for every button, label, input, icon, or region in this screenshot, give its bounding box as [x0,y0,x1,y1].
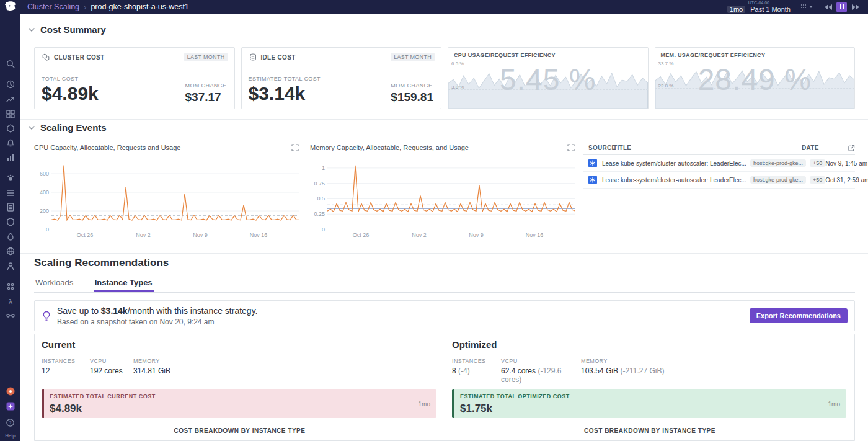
trend-icon[interactable] [0,94,20,104]
vcpu-stat: VCPU 192 cores [90,358,133,375]
security-icon[interactable] [0,217,20,227]
event-row[interactable]: Lease kube-system/cluster-autoscaler: Le… [583,172,855,189]
metric-label: ESTIMATED TOTAL COST [249,76,321,82]
total-cost-value: $4.89k [42,84,99,103]
y-tick: 0 [34,226,49,233]
events-icon[interactable] [0,188,20,198]
change-label: MOM CHANGE [185,82,227,89]
cpu-capacity-chart: CPU Capacity, Allocatable, Requests and … [34,141,301,239]
more-tags-badge[interactable]: +50 [810,159,825,167]
synthetics-icon[interactable] [0,246,20,256]
cost-breakdown-heading: COST BREAKDOWN BY INSTANCE TYPE [445,427,854,434]
chevron-down-icon [809,6,813,8]
savings-headline: Save up to $3.14k/month with this instan… [57,306,258,316]
y-tick: 0 [310,226,325,233]
breadcrumb-section-link[interactable]: Cluster Scaling [27,2,79,11]
serverless-icon[interactable]: λ [0,296,20,306]
collapse-chevron-icon[interactable] [29,24,35,35]
help-icon[interactable]: ? [0,418,20,427]
grid-dots-icon [800,4,807,10]
y-tick: 0.5 [310,195,325,202]
breadcrumb: Cluster Scaling › prod-gke-shopist-a-us-… [27,0,189,14]
view-options-button[interactable] [800,4,813,10]
forward-button[interactable] [850,2,861,12]
cpu-efficiency-card: CPU USAGE/REQUEST EFFICIENCY 6.5 % 3.8 %… [448,47,649,109]
kubernetes-icon [588,176,597,184]
x-tick: Nov 2 [136,232,151,238]
more-tags-badge[interactable]: +50 [810,176,825,184]
range-badge: 1mo [828,400,840,407]
time-range-selector[interactable]: UTC-04:00 1mo Past 1 Month [727,1,790,13]
playback-controls [823,2,861,12]
metric-label: TOTAL COST [42,76,99,82]
logs-icon[interactable] [0,202,20,212]
memory-capacity-chart: Memory Capacity, Allocatable, Requests, … [310,141,577,239]
chart-title: Memory Capacity, Allocatable, Requests, … [310,144,469,151]
cluster-scaling-page: Cluster Scaling › prod-gke-shopist-a-us-… [0,0,868,441]
cluster-cost-card: CLUSTER COST LAST MONTH TOTAL COST $4.89… [34,47,235,109]
search-icon[interactable] [0,59,20,69]
ci-icon[interactable] [0,311,20,321]
watchdog-icon[interactable] [0,173,20,183]
y-tick: 0.25 [310,211,325,217]
breadcrumb-page: prod-gke-shopist-a-us-west1 [91,2,188,11]
sidebar-nav: λ ? Help [0,0,20,441]
collapse-chevron-icon[interactable] [29,122,35,133]
optimized-heading: Optimized [452,339,497,350]
current-cost-bar: ESTIMATED TOTAL CURRENT COST $4.89k 1mo [42,389,436,418]
savings-amount: $3.14k [101,306,128,316]
y-tick: 200 [34,208,49,214]
idle-cost-value: $3.14k [249,84,321,103]
savings-banner: Save up to $3.14k/month with this instan… [34,300,855,331]
chart-title: CPU Capacity, Allocatable, Requests and … [34,144,180,151]
infrastructure-icon[interactable] [0,123,20,133]
instances-delta: (-4) [458,367,470,375]
x-tick: Nov 2 [412,232,427,238]
cluster-cost-icon [42,53,50,61]
x-tick: Nov 9 [193,232,208,238]
metrics-icon[interactable] [0,153,20,163]
pause-button[interactable] [836,2,847,12]
card-label: CLUSTER COST [54,54,104,61]
open-in-events-icon[interactable] [841,145,855,152]
last-month-badge: LAST MONTH [391,53,435,61]
svg-text:λ: λ [8,298,12,306]
host-tag[interactable]: host:gke-prod-gke... [750,159,806,167]
datadog-logo[interactable] [4,1,17,13]
main-content: Cost Summary CLUSTER COST LAST MONTH TOT… [20,14,868,441]
time-range-shortcut[interactable]: 1mo [727,6,745,13]
instances-stat: INSTANCES 8 (-4) [452,358,501,384]
event-row[interactable]: Lease kube-system/cluster-autoscaler: Le… [583,155,855,172]
rewind-button[interactable] [823,2,833,12]
recents-icon[interactable] [0,79,20,89]
dashboards-icon[interactable] [0,109,20,119]
time-range-label: Past 1 Month [750,6,790,13]
expand-icon[interactable] [567,144,575,151]
rum-icon[interactable] [0,261,20,271]
event-title: Lease kube-system/cluster-autoscaler: Le… [602,177,746,184]
bits-ai-icon[interactable] [0,401,20,411]
utc-offset-label: UTC-04:00 [748,1,769,6]
optimized-cost-bar: ESTIMATED TOTAL OPTIMIZED COST $1.75k 1m… [452,389,846,418]
tab-instance-types[interactable]: Instance Types [94,277,154,292]
y-tick: 1 [310,165,325,171]
rewind-icon [824,4,833,11]
section-divider [20,119,868,120]
kubernetes-icon [588,159,597,167]
pause-icon [840,4,841,9]
memory-capacity-plot[interactable] [327,159,575,229]
monitors-icon[interactable] [0,138,20,148]
x-tick: Oct 26 [353,232,370,238]
cpu-capacity-plot[interactable] [51,159,299,229]
tab-workloads[interactable]: Workloads [34,277,74,292]
change-label: MOM CHANGE [391,82,433,89]
memory-stat: MEMORY 103.54 GiB (-211.27 GiB) [581,358,665,384]
host-tag[interactable]: host:gke-prod-gke... [750,176,806,184]
integrations-icon[interactable] [0,282,20,292]
expand-icon[interactable] [291,144,299,151]
export-recommendations-button[interactable]: Export Recommendations [750,308,848,323]
last-month-badge: LAST MONTH [184,53,228,61]
oncall-icon[interactable] [0,386,20,396]
idle-cost-icon [249,53,257,61]
apm-icon[interactable] [0,232,20,242]
